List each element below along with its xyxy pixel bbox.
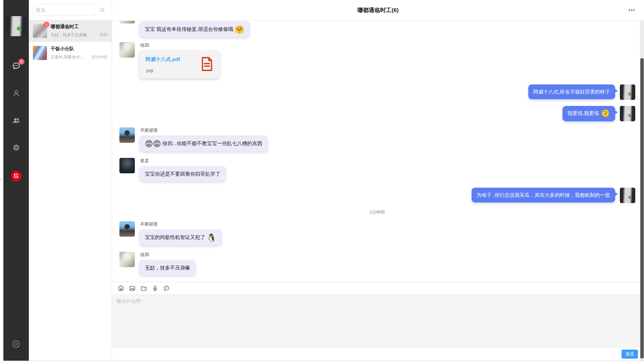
chat-title: 哪都通临时工(6) <box>358 6 399 14</box>
avatar-xusi[interactable] <box>119 42 135 58</box>
composer-toolbar <box>112 282 640 295</box>
sender-name: 徐四 <box>140 252 149 258</box>
group-icon <box>12 116 21 125</box>
conversation-list-panel: 2哪都通临时工无妨，技多不压身嘛刚刚干饭小分队王道长,我看你才…26分钟前 <box>29 0 112 361</box>
image-icon[interactable] <box>129 285 136 292</box>
conversation-list: 2哪都通临时工无妨，技多不压身嘛刚刚干饭小分队王道长,我看你才…26分钟前 <box>29 20 112 64</box>
message-bubble: 我要练,我要练 🫠 <box>562 106 615 121</box>
avatar-buyaobilian[interactable] <box>119 221 135 237</box>
sidebar-item-messages[interactable]: 2 <box>12 62 21 71</box>
folder-icon[interactable] <box>140 285 147 292</box>
avatar-xusi[interactable] <box>119 252 135 267</box>
message-group: 宝宝 我这有本祖传秘笈,很适合你修炼哦 🤗 <box>119 21 635 38</box>
mic-icon[interactable] <box>152 285 159 292</box>
logout-icon[interactable] <box>12 340 21 349</box>
message-bubble: 阿威十八式,听名字就好厉害的样子 <box>528 84 615 99</box>
sidebar-nav: 2 <box>12 62 21 152</box>
window-bottom-border <box>3 361 644 361</box>
file-attachment-card[interactable]: 阿威十八式.pdf1KB <box>140 51 219 78</box>
conversation-avatar <box>33 46 47 60</box>
chat-pane: 哪都通临时工(6) ••• 宝宝 我这有本祖传秘笈,很适合你修炼哦 🤗徐四阿威十… <box>112 0 644 361</box>
sidebar-item-groups[interactable] <box>12 116 21 125</box>
message-group: 老孟宝宝你还是不要跟着你四哥乱学了 <box>119 158 635 182</box>
search-input[interactable] <box>32 4 95 16</box>
message-bubble: 宝宝 我这有本祖传秘笈,很适合你修炼哦 🤗 <box>140 21 250 38</box>
file-size: 1KB <box>146 69 197 73</box>
conversation-title: 干饭小分队 <box>51 46 108 52</box>
avatar-user[interactable] <box>620 188 635 203</box>
inline-emoji: 🤗 <box>235 25 245 34</box>
conversation-time: 刚刚 <box>100 32 108 38</box>
message-bubble: 为啥子..你们总说我呆瓜，其实大多的时候，我都机制的一批 <box>472 188 615 202</box>
message-bubble: 无妨，技多不压身嘛 <box>140 260 196 276</box>
inline-emoji: 😡 <box>145 139 153 148</box>
composer: 发送 <box>112 282 640 361</box>
search-bar <box>29 0 112 20</box>
message-group: 徐四无妨，技多不压身嘛 <box>119 252 635 276</box>
chat-header: 哪都通临时工(6) ••• <box>112 0 644 21</box>
send-button[interactable]: 发送 <box>622 350 638 359</box>
message-group: 徐四阿威十八式.pdf1KB <box>119 42 635 78</box>
chat-app-window: 2 G › 2哪都通临时工无妨，技多不压身嘛刚刚干饭小分队王道长,我看你才…26… <box>0 0 644 362</box>
chat-list-item[interactable]: 2哪都通临时工无妨，技多不压身嘛刚刚 <box>29 20 112 42</box>
inline-emoji: 🫠 <box>600 109 610 118</box>
scrollbar-thumb[interactable] <box>640 58 644 358</box>
search-icon[interactable] <box>99 7 106 13</box>
inline-emoji: 😡 <box>153 139 161 148</box>
sender-name: 不摇碧莲 <box>140 127 158 133</box>
message-group: 我要练,我要练 🫠 <box>119 106 635 121</box>
conversation-last-message: 王道长,我看你才… <box>51 54 89 60</box>
chat-list-item[interactable]: 干饭小分队王道长,我看你才…26分钟前 <box>29 42 112 64</box>
user-avatar[interactable] <box>6 16 26 36</box>
avatar-user[interactable] <box>620 84 635 100</box>
send-row: 发送 <box>112 347 640 361</box>
sidebar-item-settings[interactable] <box>12 143 21 152</box>
unread-badge: 2 <box>18 59 24 65</box>
conversation-last-message: 无妨，技多不压身嘛 <box>51 32 98 38</box>
more-icon[interactable]: ••• <box>629 7 635 12</box>
contacts-icon <box>12 89 21 98</box>
avatar-buyaobilian[interactable] <box>119 127 135 143</box>
inline-emoji: 🐧 <box>207 233 216 242</box>
gear-icon <box>12 143 21 152</box>
message-input[interactable] <box>112 295 640 347</box>
message-bubble: 宝宝的间歇性机智证又犯了 🐧 <box>140 230 222 246</box>
message-list: 宝宝 我这有本祖传秘笈,很适合你修炼哦 🤗徐四阿威十八式.pdf1KB阿威十八式… <box>112 21 640 282</box>
conversation-title: 哪都通临时工 <box>51 24 108 30</box>
avatar-xusi[interactable] <box>119 21 135 23</box>
time-divider: 1分钟前 <box>119 209 635 215</box>
sidebar-collapse-arrow[interactable]: › <box>0 177 2 182</box>
sidebar-item-contacts[interactable] <box>12 89 21 98</box>
conversation-time: 26分钟前 <box>91 54 108 60</box>
message-group: 为啥子..你们总说我呆瓜，其实大多的时候，我都机制的一批 <box>119 188 635 203</box>
conversation-avatar: 2 <box>33 24 47 38</box>
message-group: 阿威十八式,听名字就好厉害的样子 <box>119 84 635 100</box>
emoji-icon[interactable] <box>117 285 124 292</box>
avatar-user[interactable] <box>620 106 635 121</box>
file-name: 阿威十八式.pdf <box>146 56 197 63</box>
message-group: 不摇碧莲宝宝的间歇性机智证又犯了 🐧 <box>119 221 635 246</box>
avatar-laomeng[interactable] <box>119 158 135 173</box>
unread-badge: 2 <box>44 22 49 27</box>
message-bubble: 宝宝你还是不要跟着你四哥乱学了 <box>140 166 226 182</box>
scrollbar-track <box>640 21 644 361</box>
sender-name: 不摇碧莲 <box>140 221 158 227</box>
chat-history-icon[interactable] <box>163 285 170 292</box>
sender-name: 徐四 <box>140 42 149 48</box>
message-bubble: 😡😡 徐四...你能不能不教宝宝一些乱七八糟的东西 <box>140 136 268 152</box>
pdf-file-icon <box>201 56 213 72</box>
app-logo-g[interactable]: G <box>11 171 21 181</box>
message-group: 不摇碧莲😡😡 徐四...你能不能不教宝宝一些乱七八糟的东西 <box>119 127 635 152</box>
app-sidebar: 2 G <box>3 0 29 361</box>
sender-name: 老孟 <box>140 158 149 164</box>
